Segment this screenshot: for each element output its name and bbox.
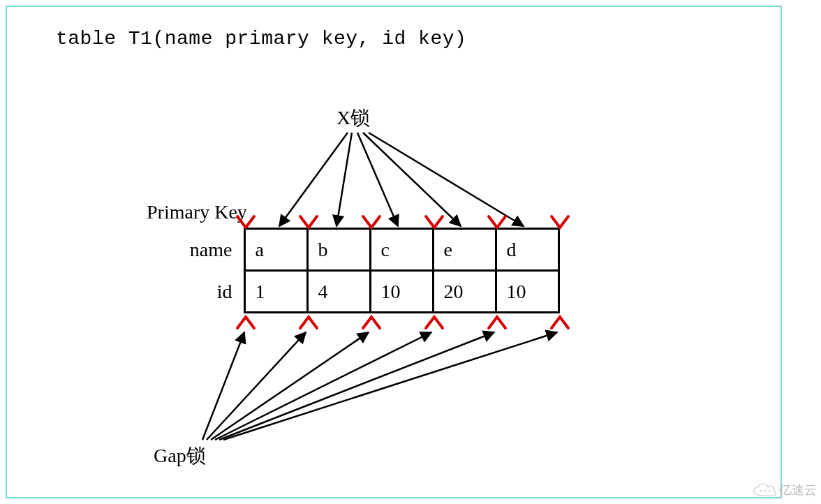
row-label-name: name	[175, 229, 244, 271]
svg-line-7	[211, 332, 369, 440]
data-table: name a b c e d id 1 4 10 20 10	[175, 228, 560, 313]
svg-line-1	[336, 133, 352, 226]
row-label-id: id	[175, 271, 244, 313]
svg-point-13	[769, 490, 771, 492]
primary-key-label: Primary Key	[147, 201, 247, 223]
svg-point-12	[764, 490, 767, 492]
diagram-frame: table T1(name primary key, id key) X锁 Pr…	[6, 6, 782, 498]
bottom-v-marks	[237, 317, 568, 328]
cell-name-4: d	[496, 229, 559, 271]
gap-lock-label: Gap锁	[154, 443, 206, 469]
svg-line-3	[363, 133, 461, 226]
svg-line-2	[357, 133, 398, 226]
cell-id-1: 4	[307, 271, 370, 313]
cell-name-0: a	[244, 229, 307, 271]
watermark-text: 亿速云	[779, 482, 817, 498]
gap-lock-arrows	[202, 332, 557, 440]
svg-line-10	[223, 332, 557, 440]
table-row: name a b c e d	[175, 229, 559, 271]
x-lock-label: X锁	[336, 105, 370, 131]
svg-line-8	[215, 332, 431, 440]
cloud-icon	[753, 482, 776, 498]
svg-point-11	[760, 490, 762, 492]
table-definition-title: table T1(name primary key, id key)	[56, 28, 466, 50]
cell-id-2: 10	[370, 271, 433, 313]
watermark: 亿速云	[753, 482, 817, 498]
svg-line-4	[369, 133, 524, 226]
cell-name-3: e	[433, 229, 496, 271]
svg-line-9	[219, 332, 494, 440]
cell-id-0: 1	[244, 271, 307, 313]
svg-line-6	[207, 332, 306, 440]
cell-id-3: 20	[433, 271, 496, 313]
cell-name-1: b	[307, 229, 370, 271]
x-lock-arrows	[279, 133, 524, 226]
svg-line-5	[202, 332, 244, 440]
svg-line-0	[279, 133, 348, 226]
table-row: id 1 4 10 20 10	[175, 271, 559, 313]
cell-name-2: c	[370, 229, 433, 271]
cell-id-4: 10	[496, 271, 559, 313]
top-v-marks	[237, 216, 568, 228]
